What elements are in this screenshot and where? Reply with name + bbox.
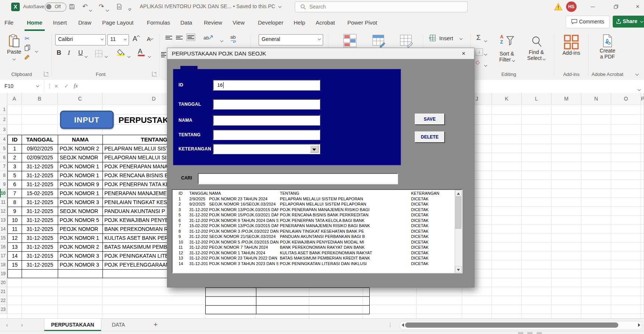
- decrease-font-icon[interactable]: A: [147, 36, 153, 42]
- restore-button[interactable]: [610, 1, 622, 12]
- copy-icon[interactable]: [25, 45, 31, 51]
- tab-formulas[interactable]: Formulas: [146, 18, 171, 27]
- previous-sheet-icon[interactable]: ‹: [6, 321, 8, 329]
- table-cell[interactable]: 2: [8, 153, 22, 162]
- clear-icon[interactable]: ◇: [476, 59, 480, 66]
- column-header-P[interactable]: P: [641, 93, 644, 104]
- table-cell[interactable]: 6: [8, 180, 22, 189]
- format-as-table-icon[interactable]: [372, 34, 386, 48]
- scrollbar-thumb[interactable]: [455, 197, 461, 229]
- list-row[interactable]: 331-12-2025POJK NOMOR 13/POJK.03/2015 DA…: [173, 207, 455, 213]
- redo-button[interactable]: ↷: [98, 3, 105, 10]
- list-row[interactable]: 29/2/2025SEOJK NOMOR 16/SEOJK.03/2024PEL…: [173, 202, 455, 207]
- tab-review[interactable]: Review: [203, 18, 223, 27]
- close-button[interactable]: ×: [632, 1, 643, 12]
- table-cell[interactable]: POJK NOMOR 1: [58, 189, 103, 198]
- table-cell[interactable]: 31-12-2025: [22, 225, 58, 234]
- wrap-text-icon[interactable]: ab: [230, 34, 236, 43]
- find-select-button[interactable]: Find &Select: [523, 34, 549, 61]
- row-header-19[interactable]: 19: [0, 269, 7, 278]
- table-cell[interactable]: 3: [8, 162, 22, 171]
- table-cell[interactable]: POJK NOMOR 1: [58, 171, 103, 180]
- table-cell[interactable]: 9: [8, 207, 22, 216]
- table-cell[interactable]: POJK NOMOR 3: [58, 252, 103, 261]
- column-header-M[interactable]: M: [552, 93, 581, 104]
- italic-button[interactable]: I: [68, 49, 70, 57]
- table-cell[interactable]: 14: [8, 252, 22, 261]
- keterangan-combobox[interactable]: [213, 144, 320, 154]
- comments-button[interactable]: Comments: [566, 16, 610, 28]
- table-cell[interactable]: 7: [8, 189, 22, 198]
- list-row[interactable]: 631-12-2025POJK NOMOR 9 TAHUN 2024 DAN S…: [173, 218, 455, 224]
- tab-developer[interactable]: Developer: [257, 18, 284, 27]
- table-cell[interactable]: POJK NOMOR 3: [58, 261, 103, 270]
- table-cell[interactable]: 31-12-2025: [22, 198, 58, 207]
- paste-button[interactable]: Paste: [6, 34, 22, 65]
- align-middle-icon[interactable]: [176, 35, 183, 40]
- page-layout-view-icon[interactable]: [527, 332, 533, 334]
- table-cell[interactable]: SEOJK NOMOR: [58, 153, 103, 162]
- table-cell[interactable]: 31-12-2025: [22, 180, 58, 189]
- table-cell[interactable]: 8: [8, 198, 22, 207]
- column-header-N[interactable]: N: [581, 93, 611, 104]
- bold-button[interactable]: B: [57, 49, 61, 57]
- create-pdf-button[interactable]: Createa PDF: [593, 34, 622, 60]
- table-cell[interactable]: POJK NOMOR 1: [58, 234, 103, 243]
- table-cell[interactable]: 31-12-2025: [22, 261, 58, 270]
- tab-insert[interactable]: Insert: [52, 18, 68, 27]
- save-icon[interactable]: [68, 3, 76, 10]
- row-header-20[interactable]: 20: [0, 278, 7, 287]
- corner-cell[interactable]: [0, 93, 7, 104]
- font-size-select[interactable]: 11: [107, 34, 129, 45]
- list-row[interactable]: 931-12-2025SEOJK NOMOR 21/SEOJK.03/2024P…: [173, 234, 455, 240]
- tab-home[interactable]: Home: [26, 18, 43, 27]
- clipboard-dialog-launcher[interactable]: [44, 71, 49, 76]
- input-button[interactable]: INPUT: [60, 111, 114, 129]
- listbox-scrollbar[interactable]: [455, 190, 462, 273]
- tanggal-input[interactable]: [213, 99, 320, 109]
- row-header-10[interactable]: 10: [0, 189, 7, 198]
- row-header-2[interactable]: 2: [0, 115, 7, 125]
- column-header-A[interactable]: A: [7, 93, 22, 104]
- cancel-formula-icon[interactable]: ×: [54, 83, 58, 90]
- fill-color-icon[interactable]: [117, 49, 125, 56]
- sort-filter-button[interactable]: A Z Sort &Filter: [495, 34, 519, 63]
- tentang-input[interactable]: [213, 130, 320, 140]
- fill-color-chevron-icon[interactable]: [128, 52, 130, 59]
- row-header-12[interactable]: 12: [0, 207, 7, 216]
- table-cell[interactable]: POJK NOMOR 2: [58, 144, 103, 153]
- row-header-14[interactable]: 14: [0, 225, 7, 233]
- table-cell[interactable]: POJK NOMOR 9: [58, 180, 103, 189]
- table-cell[interactable]: 02/09/2025: [22, 153, 58, 162]
- cari-search-input[interactable]: [198, 173, 398, 184]
- table-cell[interactable]: 31-12-2025: [22, 207, 58, 216]
- borders-chevron-icon[interactable]: [105, 52, 107, 59]
- conditional-formatting-icon[interactable]: [343, 34, 357, 48]
- records-listbox[interactable]: IDTANGGALNAMATENTANGKETERANGAN12/9/2025P…: [172, 189, 463, 273]
- redo-chevron-icon[interactable]: [106, 6, 108, 13]
- column-header-K[interactable]: K: [492, 93, 522, 104]
- table-cell[interactable]: 13: [8, 243, 22, 252]
- table-cell[interactable]: SEOJK NOMOR: [58, 207, 103, 216]
- font-color-chevron-icon[interactable]: [148, 52, 151, 59]
- clear-chevron-icon[interactable]: [484, 61, 487, 68]
- align-left-icon[interactable]: [161, 51, 166, 58]
- number-format-select[interactable]: General: [259, 34, 323, 45]
- scroll-up-icon[interactable]: [455, 190, 462, 196]
- scroll-down-icon[interactable]: [455, 266, 462, 273]
- dialog-title-bar[interactable]: PERPUSTAKAAN POJK DAN SEOJK: [167, 48, 474, 59]
- table-cell[interactable]: POJK NOMOR 1: [58, 162, 103, 171]
- scroll-left-icon[interactable]: [402, 323, 404, 327]
- table-cell[interactable]: 31-12-2015: [22, 252, 58, 261]
- collapse-ribbon-chevron-icon[interactable]: [636, 70, 638, 77]
- id-input[interactable]: 16: [213, 80, 320, 90]
- table-cell[interactable]: POJK NOMOR 3: [58, 198, 103, 207]
- table-cell[interactable]: POJK NOMOR 2: [58, 243, 103, 252]
- table-cell[interactable]: 31-12-2025: [22, 162, 58, 171]
- list-row[interactable]: 1031-12-2025POJK NOMOR 5 /POJK.03/2015 D…: [173, 240, 455, 245]
- list-row[interactable]: 715-02-2025POJK NOMOR 13/POJK.03/2015 DA…: [173, 223, 455, 229]
- delete-button[interactable]: DELETE: [415, 131, 445, 143]
- name-box[interactable]: F10: [0, 80, 44, 93]
- tab-file[interactable]: File: [4, 18, 14, 27]
- row-header-6[interactable]: 6: [0, 153, 7, 162]
